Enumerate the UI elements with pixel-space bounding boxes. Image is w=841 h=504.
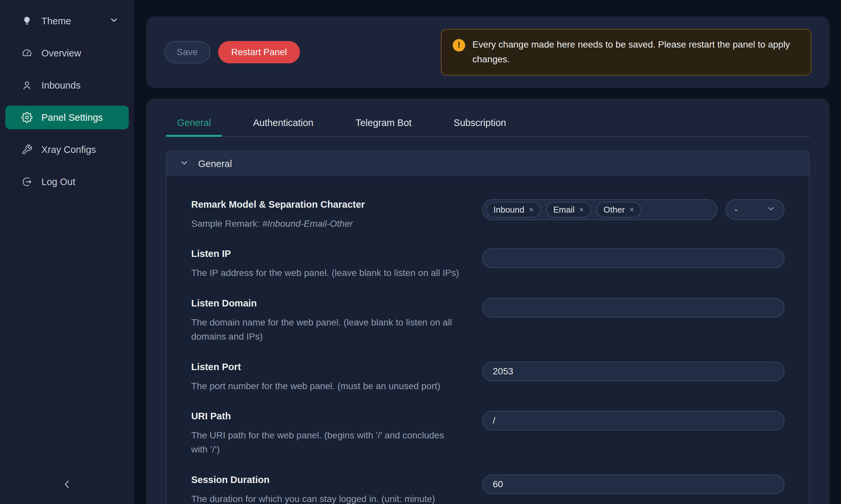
sidebar: Theme Overview Inbounds	[0, 0, 134, 504]
sidebar-item-logout[interactable]: Log Out	[5, 170, 129, 194]
field-description: The IP address for the web panel. (leave…	[191, 266, 463, 280]
theme-toggle[interactable]: Theme	[5, 9, 129, 33]
field-label: Listen Port	[191, 362, 463, 373]
user-icon	[21, 79, 33, 91]
remove-tag-icon[interactable]: ×	[529, 206, 533, 214]
sidebar-collapse-button[interactable]	[55, 473, 79, 497]
sidebar-item-label: Panel Settings	[41, 112, 103, 123]
general-section-body: Remark Model & Separation Character Samp…	[167, 176, 809, 504]
sidebar-item-xray-configs[interactable]: Xray Configs	[5, 138, 129, 161]
warning-icon: !	[453, 39, 465, 52]
form-row-uri-path: URI Path The URI path for the web panel.…	[191, 411, 785, 457]
gear-icon	[21, 111, 33, 123]
listen-ip-input[interactable]	[482, 248, 785, 268]
tag-email: Email ×	[546, 202, 591, 218]
restart-panel-button[interactable]: Restart Panel	[218, 41, 300, 63]
tag-inbound: Inbound ×	[486, 202, 541, 218]
form-row-listen-ip: Listen IP The IP address for the web pan…	[191, 248, 785, 280]
field-description: The domain name for the web panel. (leav…	[191, 315, 463, 344]
wrench-icon	[21, 144, 33, 156]
warning-alert-text: Every change made here needs to be saved…	[473, 37, 800, 67]
sidebar-item-label: Xray Configs	[41, 144, 96, 155]
field-label: Listen IP	[191, 248, 463, 259]
field-description: Sample Remark: #Inbound-Email-Other	[191, 217, 463, 231]
dashboard-gauge-icon	[21, 47, 33, 59]
tab-general[interactable]: General	[166, 115, 222, 136]
save-button[interactable]: Save	[164, 41, 210, 63]
sidebar-item-panel-settings[interactable]: Panel Settings	[5, 106, 129, 129]
sidebar-item-label: Overview	[41, 48, 81, 59]
tab-authentication[interactable]: Authentication	[242, 115, 325, 136]
main-content: Save Restart Panel ! Every change made h…	[134, 0, 841, 504]
sample-remark-value: #Inbound-Email-Other	[262, 218, 353, 229]
field-description: The URI path for the web panel. (begins …	[191, 428, 463, 457]
separator-select[interactable]: -	[725, 199, 785, 220]
tab-subscription[interactable]: Subscription	[443, 115, 517, 136]
field-label: Listen Domain	[191, 298, 463, 309]
session-duration-input[interactable]	[482, 474, 785, 494]
listen-port-input[interactable]	[482, 362, 785, 381]
field-description: The port number for the web panel. (must…	[191, 379, 463, 393]
uri-path-input[interactable]	[482, 411, 785, 431]
tab-telegram-bot[interactable]: Telegram Bot	[344, 115, 423, 136]
lightbulb-icon	[21, 15, 33, 27]
field-label: Remark Model & Separation Character	[191, 199, 463, 210]
remove-tag-icon[interactable]: ×	[579, 206, 584, 214]
remark-model-tags-input[interactable]: Inbound × Email × Other ×	[482, 199, 718, 220]
sidebar-item-label: Inbounds	[41, 80, 81, 91]
remove-tag-icon[interactable]: ×	[630, 206, 634, 214]
tag-other: Other ×	[596, 202, 641, 218]
general-section: General Remark Model & Separation Charac…	[166, 150, 810, 504]
settings-card: General Authentication Telegram Bot Subs…	[146, 98, 829, 504]
general-section-header[interactable]: General	[167, 151, 809, 176]
listen-domain-input[interactable]	[482, 298, 785, 318]
sidebar-item-inbounds[interactable]: Inbounds	[5, 73, 129, 97]
settings-tabs: General Authentication Telegram Bot Subs…	[166, 115, 810, 137]
theme-label: Theme	[41, 16, 71, 26]
field-label: URI Path	[191, 411, 463, 421]
sidebar-item-overview[interactable]: Overview	[5, 41, 129, 65]
chevron-down-icon	[180, 158, 189, 169]
form-row-session-duration: Session Duration The duration for which …	[191, 474, 785, 504]
toolbar-card: Save Restart Panel ! Every change made h…	[146, 16, 829, 88]
sidebar-item-label: Log Out	[41, 177, 75, 187]
field-label: Session Duration	[191, 474, 463, 485]
logout-icon	[21, 176, 33, 188]
field-description: The duration for which you can stay logg…	[191, 492, 463, 504]
chevron-down-icon	[109, 15, 119, 27]
form-row-listen-domain: Listen Domain The domain name for the we…	[191, 298, 785, 344]
form-row-listen-port: Listen Port The port number for the web …	[191, 362, 785, 393]
chevron-down-icon	[767, 204, 775, 215]
section-title: General	[198, 159, 232, 169]
warning-alert: ! Every change made here needs to be sav…	[441, 29, 811, 75]
chevron-left-icon	[61, 479, 73, 491]
form-row-remark-model: Remark Model & Separation Character Samp…	[191, 199, 785, 231]
separator-select-value: -	[735, 204, 738, 215]
